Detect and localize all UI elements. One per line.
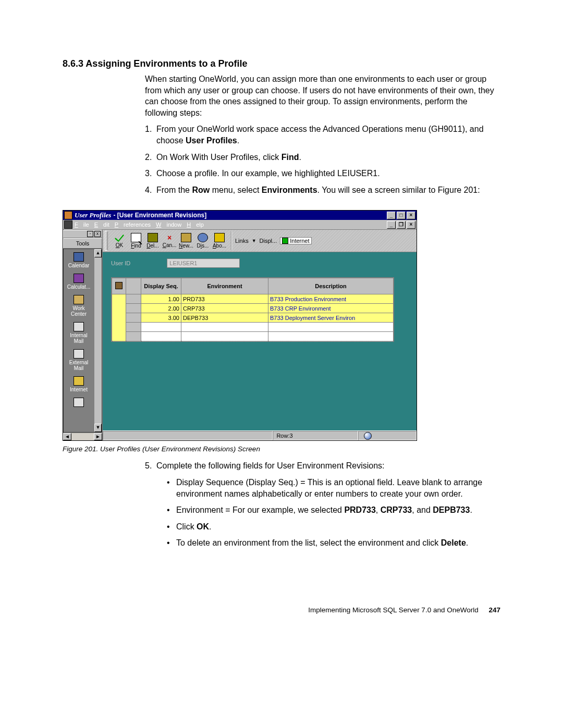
- link-icon: [74, 398, 84, 407]
- bullet-3: Click OK.: [176, 521, 500, 533]
- sidebar-item-external-mail[interactable]: External Mail: [64, 346, 94, 373]
- trash-icon: [148, 233, 158, 242]
- delete-button[interactable]: Del...: [144, 233, 161, 249]
- environment-grid[interactable]: Display Seq. Environment Description 1.0…: [111, 277, 394, 342]
- about-button[interactable]: Abo...: [211, 233, 228, 249]
- mdi-close-button[interactable]: ×: [407, 221, 415, 229]
- statusbar: Row:3: [103, 430, 417, 440]
- table-row[interactable]: 3.00 DEPB733 B733 Deployment Server Envi…: [112, 313, 394, 323]
- intro-paragraph: When starting OneWorld, you can assign m…: [145, 73, 500, 118]
- menu-help[interactable]: Help: [187, 221, 204, 228]
- title-app: User Profiles: [75, 211, 111, 219]
- tools-label[interactable]: Tools: [63, 238, 102, 249]
- titlebar: User Profiles - [User Environment Revisi…: [63, 211, 417, 220]
- about-icon: [214, 233, 225, 242]
- section-heading: 8.6.3 Assigning Environments to a Profil…: [63, 58, 500, 69]
- menu-edit[interactable]: Edit: [94, 221, 109, 228]
- table-row[interactable]: 2.00 CRP733 B733 CRP Environment: [112, 304, 394, 313]
- page-number: 247: [488, 606, 500, 614]
- step-2: On Work With User Profiles, click Find.: [156, 152, 500, 163]
- step-4: From the Row menu, select Environments. …: [156, 184, 500, 196]
- userid-label: User ID: [111, 260, 130, 266]
- grid-icon-header: [112, 278, 126, 294]
- title-doc: - [User Environment Revisions]: [113, 212, 206, 219]
- userid-field[interactable]: [167, 258, 240, 268]
- table-row[interactable]: [112, 332, 394, 341]
- toolbar: OK Find Del... ×Can... New... Dis... Abo…: [103, 230, 417, 252]
- new-icon: [181, 233, 191, 242]
- footer-text: Implementing Microsoft SQL Server 7.0 an…: [308, 606, 478, 614]
- maximize-button[interactable]: □: [397, 212, 406, 219]
- cancel-button[interactable]: ×Can...: [161, 233, 178, 248]
- grid-selector-header: [126, 278, 141, 294]
- tools-panel-header: - x: [63, 230, 102, 238]
- bullet-4: To delete an environment from the list, …: [176, 537, 500, 549]
- find-button[interactable]: Find: [128, 233, 144, 249]
- menu-file[interactable]: File: [75, 221, 89, 228]
- internet-icon: [74, 376, 84, 386]
- mdi-icon: [64, 220, 72, 229]
- table-row[interactable]: [112, 323, 394, 332]
- links-displ[interactable]: Displ...: [260, 238, 277, 244]
- page-footer: Implementing Microsoft SQL Server 7.0 an…: [63, 606, 500, 614]
- steps-list-cont: 5.Complete the following fields for User…: [145, 460, 500, 472]
- sidebar-item-internet[interactable]: Internet: [64, 373, 94, 394]
- sidebar-item-calendar[interactable]: Calendar: [64, 249, 94, 270]
- tools-close-icon[interactable]: x: [94, 231, 101, 237]
- col-display-seq[interactable]: Display Seq.: [141, 278, 181, 294]
- display-button[interactable]: Dis...: [194, 233, 211, 249]
- scroll-left-icon[interactable]: ◄: [63, 433, 71, 440]
- dropdown-icon[interactable]: ▼: [252, 238, 256, 243]
- screenshot-window: User Profiles - [User Environment Revisi…: [63, 210, 417, 441]
- tools-panel: - x Tools Calendar Calculat...: [63, 230, 103, 440]
- search-icon: [131, 233, 141, 242]
- col-environment[interactable]: Environment: [181, 278, 268, 294]
- step-5: Complete the following fields for User E…: [156, 460, 500, 472]
- x-icon: ×: [165, 233, 174, 242]
- scroll-up-icon[interactable]: ▲: [94, 249, 102, 257]
- internet-link-icon: [282, 238, 288, 244]
- sidebar-scrollbar[interactable]: ▲ ▼: [94, 249, 102, 432]
- sidebar-item-extra[interactable]: [64, 394, 94, 410]
- internal-mail-icon: [74, 322, 84, 331]
- links-label: Links: [235, 238, 249, 244]
- close-button[interactable]: ×: [407, 212, 415, 219]
- check-icon: [115, 233, 124, 242]
- mdi-minimize-button[interactable]: _: [387, 221, 396, 229]
- col-description[interactable]: Description: [268, 278, 394, 294]
- sidebar-item-work-center[interactable]: Work Center: [64, 292, 94, 319]
- menubar: File Edit Preferences Window Help _ ❐ ×: [63, 220, 417, 230]
- table-row[interactable]: 1.00 PRD733 B733 Production Environment: [112, 294, 394, 304]
- new-button[interactable]: New...: [178, 233, 194, 249]
- steps-list: 1. From your OneWorld work space access …: [145, 124, 500, 195]
- grid-icon: [115, 282, 123, 289]
- step-3: Choose a profile. In our example, we hig…: [156, 168, 500, 179]
- bullet-2: Environment = For our example, we select…: [176, 504, 500, 516]
- menu-preferences[interactable]: Preferences: [115, 221, 151, 228]
- sidebar-item-calculator[interactable]: Calculat...: [64, 270, 94, 292]
- app-icon: [64, 211, 72, 219]
- form-area: User ID Display Seq. Environment Descrip…: [103, 252, 417, 430]
- external-mail-icon: [74, 349, 84, 359]
- tools-collapse-icon[interactable]: -: [87, 231, 93, 237]
- calendar-icon: [74, 252, 84, 262]
- minimize-button[interactable]: _: [387, 212, 396, 219]
- sidebar-item-internal-mail[interactable]: Internal Mail: [64, 319, 94, 346]
- globe-icon: [364, 432, 372, 440]
- mdi-restore-button[interactable]: ❐: [397, 221, 406, 229]
- scroll-right-icon[interactable]: ►: [94, 433, 102, 440]
- sidebar-hscrollbar[interactable]: ◄ ►: [63, 433, 102, 440]
- scroll-down-icon[interactable]: ▼: [94, 424, 102, 432]
- display-icon: [198, 233, 208, 242]
- status-row: Row:3: [273, 431, 358, 440]
- calculator-icon: [74, 274, 84, 283]
- figure-caption: Figure 201. User Profiles (User Environm…: [63, 445, 500, 453]
- ok-button[interactable]: OK: [111, 233, 128, 248]
- work-center-icon: [74, 295, 84, 304]
- links-internet[interactable]: Internet: [280, 237, 311, 244]
- bullet-list: •Display Sequence (Display Seq.) = This …: [167, 477, 500, 549]
- step-1: From your OneWorld work space access the…: [156, 124, 500, 146]
- bullet-1: Display Sequence (Display Seq.) = This i…: [176, 477, 500, 499]
- menu-window[interactable]: Window: [156, 221, 181, 228]
